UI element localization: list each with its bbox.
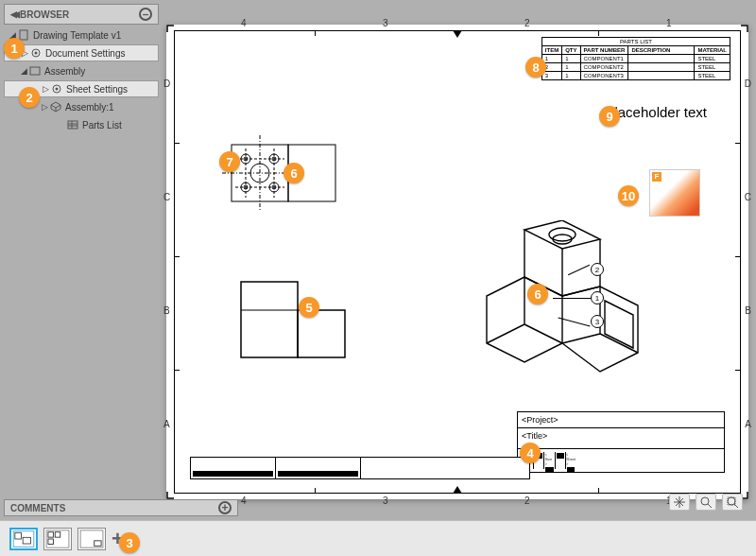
tree-label: Drawing Template v1 xyxy=(33,30,121,41)
ruler-num: 3 xyxy=(383,495,388,506)
callout-badge-5: 5 xyxy=(299,297,319,318)
table-row: 11COMPONENT1STEEL xyxy=(541,55,730,63)
comments-title: COMMENTS xyxy=(10,503,65,513)
tree-item-assembly[interactable]: ◢ Assembly xyxy=(4,62,159,79)
svg-rect-44 xyxy=(80,530,103,547)
cube-icon xyxy=(49,100,62,113)
svg-rect-41 xyxy=(48,531,54,537)
view-nav-toolbar xyxy=(669,494,743,511)
svg-point-2 xyxy=(35,52,38,55)
sheet-thumb[interactable] xyxy=(77,528,106,550)
parts-list-title: PARTS LIST xyxy=(541,37,730,45)
ruler-letter: B xyxy=(163,305,170,316)
browser-panel: ◀◀ BROWSER － ◢ Drawing Template v1 ▷ Doc… xyxy=(4,4,159,134)
sheet-icon xyxy=(28,64,42,78)
tree-item-document-settings[interactable]: ▷ Document Settings xyxy=(4,44,159,61)
fusion-logo: F xyxy=(649,169,700,217)
gear-icon xyxy=(50,82,63,96)
browser-header: ◀◀ BROWSER － xyxy=(4,4,159,25)
ruler-letter: D xyxy=(163,78,170,89)
svg-rect-45 xyxy=(94,540,101,546)
browser-title: BROWSER xyxy=(20,9,69,20)
parts-list-block: PARTS LIST ITEM QTY PART NUMBER DESCRIPT… xyxy=(541,37,730,80)
callout-badge-1: 1 xyxy=(4,38,25,59)
ruler-num: 3 xyxy=(383,18,388,28)
ruler-letter: B xyxy=(745,305,751,316)
parts-header: MATERIAL xyxy=(695,46,730,55)
callout-badge-7: 7 xyxy=(219,151,240,172)
svg-rect-27 xyxy=(241,282,298,357)
view-front[interactable] xyxy=(232,272,354,367)
callout-badge-4: 4 xyxy=(520,443,541,463)
title-block-project: <Project> xyxy=(517,411,725,427)
chevron-down-icon[interactable]: ◢ xyxy=(19,66,28,76)
ruler-letter: D xyxy=(745,78,751,89)
gear-icon xyxy=(29,46,43,60)
tree-label: Sheet Settings xyxy=(66,84,128,95)
minimize-icon[interactable]: － xyxy=(139,8,152,21)
parts-header: PART NUMBER xyxy=(580,46,628,55)
footer-block xyxy=(190,457,530,479)
drawing-canvas[interactable]: 4 3 2 1 4 3 2 1 D C B A D C B A xyxy=(166,25,748,499)
tree-label: Assembly xyxy=(44,66,85,77)
callout-badge-6a: 6 xyxy=(284,163,304,183)
balloon: 3 xyxy=(591,315,604,328)
svg-rect-39 xyxy=(23,537,30,544)
placeholder-text: Placeholder text xyxy=(605,105,707,121)
center-marker-icon xyxy=(453,486,462,494)
title-block: <Project> <Title> Drawn By < Size > < Sh… xyxy=(517,411,725,479)
svg-point-32 xyxy=(701,497,709,505)
pan-icon[interactable] xyxy=(669,494,690,511)
table-icon xyxy=(66,118,79,131)
callout-badge-9: 9 xyxy=(599,106,620,127)
parts-list-table: ITEM QTY PART NUMBER DESCRIPTION MATERIA… xyxy=(541,45,730,80)
parts-header: QTY xyxy=(562,46,580,55)
table-row: 31COMPONENT3STEEL xyxy=(541,72,730,80)
center-marker-icon xyxy=(453,30,462,38)
sheet-frame: 4 3 2 1 4 3 2 1 D C B A D C B A xyxy=(174,30,741,494)
table-row: 21COMPONENT2STEEL xyxy=(541,63,730,72)
svg-rect-38 xyxy=(15,532,22,539)
tree-label: Parts List xyxy=(82,120,122,130)
callout-badge-10: 10 xyxy=(618,185,639,206)
view-isometric[interactable] xyxy=(468,220,657,381)
svg-rect-43 xyxy=(48,539,54,545)
chevron-right-icon[interactable]: ▷ xyxy=(40,102,49,112)
balloon: 2 xyxy=(591,263,604,276)
svg-rect-3 xyxy=(30,67,40,75)
callout-badge-2: 2 xyxy=(19,87,40,108)
parts-header: DESCRIPTION xyxy=(628,46,695,55)
svg-rect-42 xyxy=(55,531,60,537)
svg-point-34 xyxy=(728,497,735,505)
svg-line-33 xyxy=(708,504,712,508)
svg-rect-28 xyxy=(298,310,345,357)
tree-item-drawing-template[interactable]: ◢ Drawing Template v1 xyxy=(4,26,159,43)
ruler-num: 2 xyxy=(524,495,530,506)
balloon: 1 xyxy=(591,291,604,304)
tree-label: Document Settings xyxy=(45,48,126,59)
zoom-fit-icon[interactable] xyxy=(722,494,743,511)
tree-item-parts-list[interactable]: Parts List xyxy=(4,116,159,133)
callout-badge-8: 8 xyxy=(525,57,546,78)
ruler-letter: C xyxy=(163,192,170,202)
ruler-letter: A xyxy=(163,419,170,429)
sheet-tab-bar: + xyxy=(0,520,756,556)
ruler-num: 2 xyxy=(524,18,530,28)
title-block-title: <Title> xyxy=(517,427,725,448)
collapse-double-arrow-icon[interactable]: ◀◀ xyxy=(10,9,16,19)
ruler-num: 1 xyxy=(666,18,672,28)
browser-tree: ◢ Drawing Template v1 ▷ Document Setting… xyxy=(4,26,159,133)
chevron-right-icon[interactable]: ▷ xyxy=(41,84,50,94)
svg-rect-6 xyxy=(68,121,77,129)
sheet-thumb[interactable] xyxy=(43,528,72,550)
parts-header: ITEM xyxy=(541,46,561,55)
comments-panel-header: COMMENTS + xyxy=(4,499,238,516)
callout-badge-6b: 6 xyxy=(527,284,548,304)
zoom-icon[interactable] xyxy=(696,494,716,511)
ruler-num: 4 xyxy=(241,495,247,506)
svg-point-5 xyxy=(56,88,59,91)
sheet-thumb[interactable] xyxy=(9,528,38,550)
add-comment-icon[interactable]: + xyxy=(218,501,232,514)
ruler-num: 4 xyxy=(241,18,247,28)
tree-label: Assembly:1 xyxy=(65,102,114,113)
